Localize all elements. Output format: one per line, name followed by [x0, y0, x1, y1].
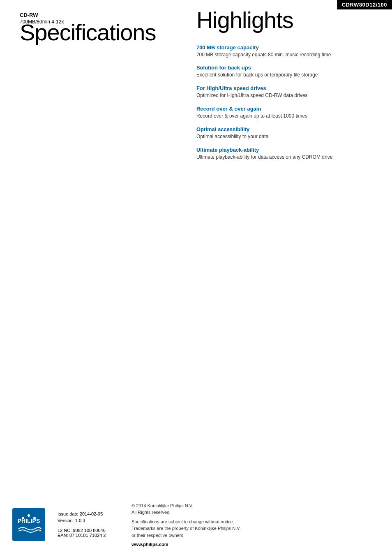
highlight-desc-6: Ultimate playback-ability for data acces…: [196, 154, 372, 161]
page: CDRW80D12/100 CD-RW 700MB/80min 4-12x Sp…: [0, 0, 392, 555]
highlight-heading-3: For High/Ultra speed drives: [196, 85, 372, 91]
product-info: CD-RW 700MB/80min 4-12x: [20, 12, 64, 25]
svg-rect-0: [12, 508, 45, 541]
highlight-item-4: Record over & over again Record over & o…: [196, 106, 372, 120]
footer-meta: Issue date 2014-02-05 Version: 1.0.3 12 …: [58, 511, 119, 538]
issue-date: Issue date 2014-02-05: [58, 511, 119, 516]
product-subtitle: 700MB/80min 4-12x: [20, 19, 64, 25]
footer-legal-block: © 2014 Koninklijke Philips N.V.All Right…: [131, 502, 241, 547]
footer: PHILIPS Issue date 2014-02-05 Version: 1…: [0, 494, 392, 555]
highlight-heading-2: Solution for back ups: [196, 65, 372, 71]
left-column: Specifications: [0, 7, 188, 555]
highlight-item-6: Ultimate playback-ability Ultimate playb…: [196, 147, 372, 161]
highlight-desc-3: Optimized for High/Ultra speed CD-RW dat…: [196, 92, 372, 99]
nc-ean: 12 NC: 9082 100 80046EAN: 87 10101 71024…: [58, 528, 119, 538]
version: Version: 1.0.3: [58, 518, 119, 523]
highlight-desc-1: 700 MB storage capacity equals 80 min. m…: [196, 51, 372, 58]
product-type: CD-RW: [20, 12, 64, 19]
philips-logo-icon: PHILIPS: [12, 508, 45, 541]
main-content: Specifications Highlights 700 MB storage…: [0, 0, 392, 555]
svg-point-3: [28, 514, 30, 517]
right-column: Highlights 700 MB storage capacity 700 M…: [188, 7, 392, 555]
highlight-item-3: For High/Ultra speed drives Optimized fo…: [196, 85, 372, 99]
highlights-title: Highlights: [196, 7, 372, 33]
highlight-desc-5: Optimal accessibility to your data: [196, 133, 372, 140]
highlight-item-5: Optimal accessibility Optimal accessibil…: [196, 126, 372, 140]
highlight-item-2: Solution for back ups Excellent solution…: [196, 65, 372, 79]
svg-text:PHILIPS: PHILIPS: [18, 518, 40, 524]
highlight-heading-1: 700 MB storage capacity: [196, 44, 372, 51]
highlight-heading-4: Record over & over again: [196, 106, 372, 112]
model-badge-container: CDRW80D12/100: [337, 0, 392, 9]
svg-point-2: [22, 517, 24, 519]
highlight-desc-4: Record over & over again up to at least …: [196, 113, 372, 120]
footer-legal-text: Specifications are subject to change wit…: [131, 518, 241, 539]
footer-website: www.philips.com: [131, 542, 241, 547]
footer-copyright: © 2014 Koninklijke Philips N.V.All Right…: [131, 502, 241, 516]
highlight-heading-5: Optimal accessibility: [196, 126, 372, 132]
highlight-heading-6: Ultimate playback-ability: [196, 147, 372, 153]
model-badge: CDRW80D12/100: [337, 0, 392, 9]
highlights-list: 700 MB storage capacity 700 MB storage c…: [196, 44, 372, 161]
svg-point-4: [33, 517, 36, 519]
highlight-item-1: 700 MB storage capacity 700 MB storage c…: [196, 44, 372, 58]
highlight-desc-2: Excellent solution for back ups or tempo…: [196, 72, 372, 79]
